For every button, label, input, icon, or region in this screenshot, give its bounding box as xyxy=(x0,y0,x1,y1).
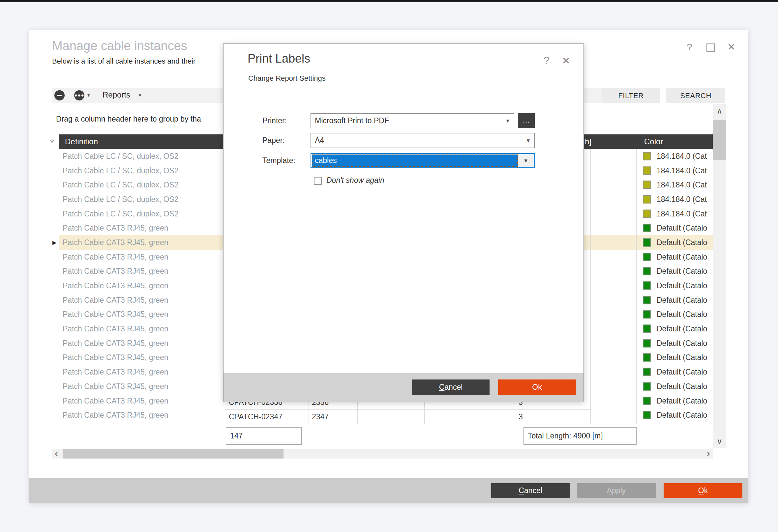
definition-cell[interactable]: Patch Cable CAT3 RJ45, green xyxy=(63,224,168,233)
printer-value: Microsoft Print to PDF xyxy=(315,116,389,125)
chevron-down-icon[interactable]: ▾ xyxy=(527,134,530,148)
cell-length[interactable]: 3 xyxy=(519,410,523,424)
color-label: 184.184.0 (Cat xyxy=(657,166,713,175)
definition-cell[interactable]: Patch Cable CAT3 RJ45, green xyxy=(63,339,168,348)
apply-button[interactable]: Apply xyxy=(577,483,656,498)
definition-cell[interactable]: Patch Cable LC / SC, duplex, OS2 xyxy=(63,152,179,160)
color-label: Default (Catalo xyxy=(657,267,713,276)
more-actions-caret-icon[interactable]: ▾ xyxy=(87,92,90,98)
cell-number[interactable]: 2347 xyxy=(312,410,329,424)
dialog-ok-button[interactable]: Ok xyxy=(498,379,576,395)
dont-show-again-label: Don't show again xyxy=(326,176,384,185)
page-title: Manage cable instances xyxy=(52,39,187,53)
color-label: 184.184.0 (Cat xyxy=(657,195,713,203)
color-swatch xyxy=(643,282,651,290)
screen: Manage cable instances Below is a list o… xyxy=(0,0,778,532)
dialog-close-icon[interactable]: ✕ xyxy=(562,55,570,67)
horizontal-scroll-thumb[interactable] xyxy=(63,449,284,458)
definition-cell[interactable]: Patch Cable CAT3 RJ45, green xyxy=(63,281,168,290)
color-label: 184.184.0 (Cat xyxy=(657,181,713,189)
filter-button[interactable]: FILTER xyxy=(602,88,660,103)
definition-cell[interactable]: Patch Cable CAT3 RJ45, green xyxy=(63,252,168,261)
horizontal-scrollbar[interactable]: ‹ › xyxy=(52,449,713,458)
page-subtitle: Below is a list of all cable instances a… xyxy=(52,57,196,66)
help-icon[interactable]: ? xyxy=(687,41,692,53)
definition-cell[interactable]: Patch Cable CAT3 RJ45, green xyxy=(63,238,168,247)
scroll-up-icon[interactable]: ∧ xyxy=(713,106,726,116)
dialog-help-icon[interactable]: ? xyxy=(544,55,549,67)
color-label: 184.184.0 (Cat xyxy=(657,209,713,218)
color-swatch xyxy=(643,267,651,275)
dont-show-again-checkbox[interactable] xyxy=(314,177,322,185)
scroll-down-icon[interactable]: ∨ xyxy=(713,437,726,446)
vertical-scrollbar[interactable]: ∧ ∨ xyxy=(713,104,726,448)
chevron-down-icon[interactable]: ▾ xyxy=(518,155,533,167)
more-actions-button[interactable]: ●●● xyxy=(74,90,84,100)
dialog-subtitle: Change Report Settings xyxy=(248,74,326,83)
reports-caret-icon[interactable]: ▾ xyxy=(139,92,141,98)
color-swatch xyxy=(643,238,651,246)
minus-icon xyxy=(57,95,62,96)
remove-button[interactable] xyxy=(54,90,65,100)
printer-select[interactable]: Microsoft Print to PDF ▾ xyxy=(311,113,514,128)
group-by-hint: Drag a column header here to group by th… xyxy=(56,115,201,123)
definition-cell[interactable]: Patch Cable CAT3 RJ45, green xyxy=(63,368,168,376)
paper-select[interactable]: A4 ▾ xyxy=(311,133,535,148)
template-select[interactable]: cables ▾ xyxy=(311,153,535,168)
reports-menu[interactable]: Reports xyxy=(102,90,130,99)
definition-cell[interactable]: Patch Cable LC / SC, duplex, OS2 xyxy=(63,195,179,203)
color-label: Default (Catalo xyxy=(657,238,713,247)
scroll-left-icon[interactable]: ‹ xyxy=(55,448,58,459)
definition-cell[interactable]: Patch Cable CAT3 RJ45, green xyxy=(63,353,168,362)
definition-cell[interactable]: Patch Cable CAT3 RJ45, green xyxy=(63,310,168,319)
color-swatch xyxy=(643,325,651,333)
paper-label: Paper: xyxy=(262,133,285,148)
cancel-button[interactable]: Cancel xyxy=(491,483,570,498)
color-label: Default (Catalo xyxy=(657,396,713,405)
color-label: Default (Catalo xyxy=(657,252,713,261)
definition-cell[interactable]: Patch Cable CAT3 RJ45, green xyxy=(63,267,168,276)
color-swatch xyxy=(643,382,651,390)
color-label: Default (Catalo xyxy=(657,325,713,333)
selected-row-marker-icon: ▶ xyxy=(53,239,56,245)
chevron-down-icon[interactable]: ▾ xyxy=(506,114,509,128)
definition-cell[interactable]: Patch Cable CAT3 RJ45, green xyxy=(63,411,168,420)
definition-cell[interactable]: Patch Cable LC / SC, duplex, OS2 xyxy=(63,181,179,189)
dialog-cancel-button[interactable]: Cancel xyxy=(412,379,489,395)
vertical-scroll-thumb[interactable] xyxy=(713,120,726,160)
definition-cell[interactable]: Patch Cable CAT3 RJ45, green xyxy=(63,382,168,391)
definition-cell[interactable]: Patch Cable CAT3 RJ45, green xyxy=(63,325,168,333)
definition-cell[interactable]: Patch Cable LC / SC, duplex, OS2 xyxy=(63,166,179,175)
grid-vline xyxy=(636,149,637,424)
close-icon[interactable]: ✕ xyxy=(727,41,735,53)
color-label: Default (Catalo xyxy=(657,368,713,376)
definition-cell[interactable]: Patch Cable CAT3 RJ45, green xyxy=(63,396,168,405)
ok-button[interactable]: Ok xyxy=(664,483,743,498)
column-header-length-fragment[interactable]: h] xyxy=(585,137,592,146)
column-header-definition[interactable]: Definition xyxy=(65,137,98,146)
color-label: Default (Catalo xyxy=(657,295,713,304)
color-label: Default (Catalo xyxy=(657,310,713,319)
scroll-right-icon[interactable]: › xyxy=(707,448,710,459)
color-label: Default (Catalo xyxy=(657,339,713,348)
color-swatch xyxy=(643,195,651,203)
browse-printer-button[interactable]: ... xyxy=(518,113,535,128)
column-header-color[interactable]: Color xyxy=(644,137,663,146)
print-labels-dialog: Print Labels ? ✕ Change Report Settings … xyxy=(223,43,584,402)
paper-value: A4 xyxy=(315,136,324,145)
color-swatch xyxy=(643,152,651,160)
definition-cell[interactable]: Patch Cable CAT3 RJ45, green xyxy=(63,295,168,304)
color-label: Default (Catalo xyxy=(657,382,713,391)
color-swatch xyxy=(643,339,651,347)
search-button[interactable]: SEARCH xyxy=(666,88,725,103)
printer-label: Printer: xyxy=(262,113,287,128)
color-label: Default (Catalo xyxy=(657,281,713,290)
pin-icon[interactable]: * xyxy=(50,137,54,148)
definition-cell[interactable]: Patch Cable LC / SC, duplex, OS2 xyxy=(63,209,179,218)
maximize-icon[interactable] xyxy=(706,43,715,52)
color-swatch xyxy=(643,209,651,218)
table-row[interactable]: Patch Cable CAT3 RJ45, greenDefault (Cat… xyxy=(59,408,713,422)
cell-name[interactable]: CPATCH-02347 xyxy=(229,410,283,424)
color-label: Default (Catalo xyxy=(657,224,713,233)
color-label: 184.184.0 (Cat xyxy=(657,152,713,160)
